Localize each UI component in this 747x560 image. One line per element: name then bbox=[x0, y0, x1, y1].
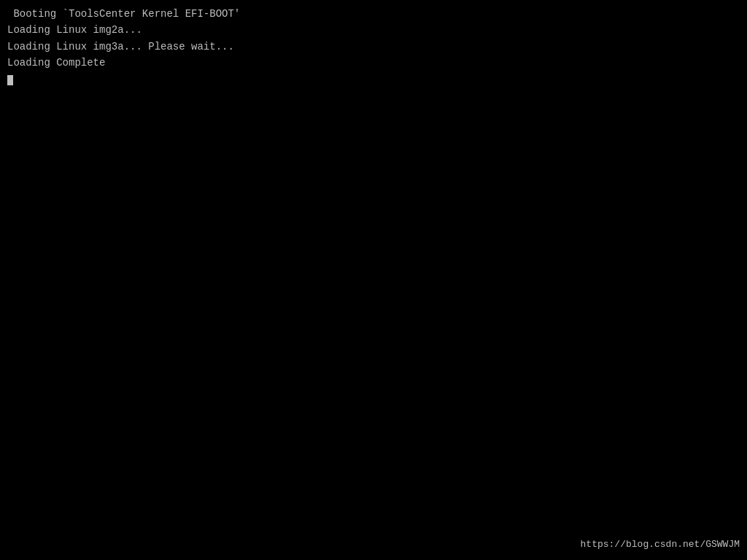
terminal-cursor-line bbox=[7, 71, 740, 88]
terminal-line-4: Loading Complete bbox=[7, 55, 740, 71]
terminal-cursor bbox=[7, 75, 13, 85]
url-watermark: https://blog.csdn.net/GSWWJM bbox=[581, 537, 740, 553]
terminal-line-2: Loading Linux img2a... bbox=[7, 22, 740, 38]
terminal-screen: Booting `ToolsCenter Kernel EFI-BOOT' Lo… bbox=[0, 0, 747, 560]
terminal-line-3: Loading Linux img3a... Please wait... bbox=[7, 39, 740, 55]
terminal-line-1: Booting `ToolsCenter Kernel EFI-BOOT' bbox=[7, 6, 740, 22]
terminal-output: Booting `ToolsCenter Kernel EFI-BOOT' Lo… bbox=[7, 6, 740, 88]
